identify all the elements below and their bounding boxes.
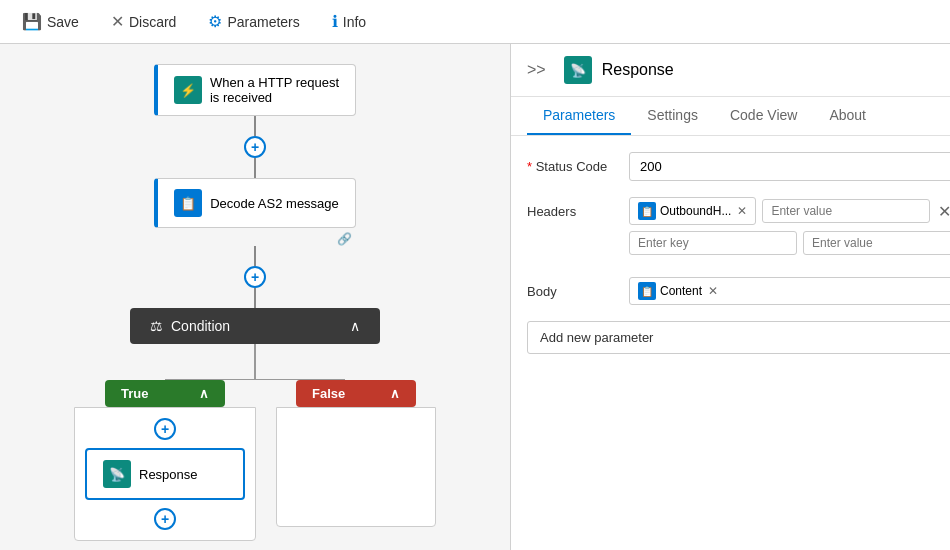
true-branch-body: + 📡 Response + bbox=[74, 407, 256, 541]
headers-row-1: 📋 OutboundH... ✕ ✕ 📋 bbox=[629, 197, 950, 225]
status-code-field bbox=[629, 152, 950, 181]
condition-header[interactable]: ⚖ Condition ∧ bbox=[130, 308, 380, 344]
decode-link-icon: 🔗 bbox=[337, 232, 356, 246]
parameters-label: Parameters bbox=[227, 14, 299, 30]
decode-node-icon: 📋 bbox=[174, 189, 202, 217]
panel-tabs: Parameters Settings Code View About bbox=[511, 97, 950, 136]
line-4 bbox=[254, 288, 256, 308]
branch-connector bbox=[65, 344, 445, 380]
headers-row-2 bbox=[629, 231, 950, 255]
save-icon: 💾 bbox=[22, 12, 42, 31]
decode-node: 📋 Decode AS2 message 🔗 bbox=[154, 178, 356, 246]
connector-1: + bbox=[244, 116, 266, 178]
condition-title: ⚖ Condition bbox=[150, 318, 230, 334]
tab-code-view[interactable]: Code View bbox=[714, 97, 813, 135]
condition-block: ⚖ Condition ∧ bbox=[65, 308, 445, 541]
main-area: ⚡ When a HTTP requestis received + 📋 Dec… bbox=[0, 44, 950, 550]
info-button[interactable]: ℹ Info bbox=[326, 8, 372, 35]
header-tag-icon: 📋 bbox=[638, 202, 656, 220]
line-2 bbox=[254, 158, 256, 178]
status-code-label: Status Code bbox=[527, 152, 617, 174]
header-value-input[interactable] bbox=[762, 199, 930, 223]
true-branch-header[interactable]: True ∧ bbox=[105, 380, 225, 407]
false-branch-header[interactable]: False ∧ bbox=[296, 380, 416, 407]
panel-header: >> 📡 Response bbox=[511, 44, 950, 97]
save-button[interactable]: 💾 Save bbox=[16, 8, 85, 35]
body-label: Body bbox=[527, 277, 617, 299]
parameters-button[interactable]: ⚙ Parameters bbox=[202, 8, 305, 35]
header-tag-label: OutboundH... bbox=[660, 204, 731, 218]
status-code-input[interactable] bbox=[629, 152, 950, 181]
header-tag[interactable]: 📋 OutboundH... ✕ bbox=[629, 197, 756, 225]
save-label: Save bbox=[47, 14, 79, 30]
false-branch-body bbox=[276, 407, 436, 527]
body-field: 📋 Content ✕ bbox=[629, 277, 950, 305]
collapse-button[interactable]: >> bbox=[527, 61, 546, 79]
toolbar: 💾 Save ✕ Discard ⚙ Parameters ℹ Info bbox=[0, 0, 950, 44]
false-branch: False ∧ bbox=[276, 380, 436, 527]
add-btn-1[interactable]: + bbox=[244, 136, 266, 158]
header-key-input[interactable] bbox=[629, 231, 797, 255]
headers-field: 📋 OutboundH... ✕ ✕ 📋 bbox=[629, 197, 950, 261]
line-3 bbox=[254, 246, 256, 266]
decode-node-box[interactable]: 📋 Decode AS2 message bbox=[154, 178, 356, 228]
tab-about[interactable]: About bbox=[813, 97, 882, 135]
branch-lines-svg bbox=[65, 344, 445, 380]
headers-label: Headers bbox=[527, 197, 617, 219]
condition-icon: ⚖ bbox=[150, 318, 163, 334]
add-btn-2[interactable]: + bbox=[244, 266, 266, 288]
condition-label: Condition bbox=[171, 318, 230, 334]
parameters-icon: ⚙ bbox=[208, 12, 222, 31]
true-chevron: ∧ bbox=[199, 386, 209, 401]
discard-button[interactable]: ✕ Discard bbox=[105, 8, 182, 35]
true-label: True bbox=[121, 386, 148, 401]
panel-content: Status Code Headers 📋 OutboundH... ✕ bbox=[511, 136, 950, 550]
status-code-row: Status Code bbox=[527, 152, 950, 181]
body-tag[interactable]: 📋 Content ✕ bbox=[629, 277, 950, 305]
http-node-icon: ⚡ bbox=[174, 76, 202, 104]
true-add-btn[interactable]: + bbox=[154, 418, 176, 440]
response-node-label: Response bbox=[139, 467, 198, 482]
header-tag-close[interactable]: ✕ bbox=[737, 204, 747, 218]
true-add-btn-2[interactable]: + bbox=[154, 508, 176, 530]
http-node: ⚡ When a HTTP requestis received bbox=[154, 64, 356, 116]
discard-label: Discard bbox=[129, 14, 176, 30]
response-node[interactable]: 📡 Response bbox=[85, 448, 245, 500]
decode-node-label: Decode AS2 message bbox=[210, 196, 339, 211]
flow-container: ⚡ When a HTTP requestis received + 📋 Dec… bbox=[65, 64, 445, 541]
false-chevron: ∧ bbox=[390, 386, 400, 401]
http-node-box[interactable]: ⚡ When a HTTP requestis received bbox=[154, 64, 356, 116]
tab-settings[interactable]: Settings bbox=[631, 97, 714, 135]
info-label: Info bbox=[343, 14, 366, 30]
body-row: Body 📋 Content ✕ bbox=[527, 277, 950, 305]
add-param-dropdown[interactable]: Add new parameter ∨ bbox=[527, 321, 950, 354]
right-panel: >> 📡 Response Parameters Settings Code V… bbox=[510, 44, 950, 550]
false-label: False bbox=[312, 386, 345, 401]
body-tag-label: Content bbox=[660, 284, 702, 298]
tab-parameters[interactable]: Parameters bbox=[527, 97, 631, 135]
headers-row-container: Headers 📋 OutboundH... ✕ ✕ 📋 bbox=[527, 197, 950, 261]
body-tag-close[interactable]: ✕ bbox=[708, 284, 718, 298]
condition-chevron-up: ∧ bbox=[350, 318, 360, 334]
panel-title: Response bbox=[602, 61, 674, 79]
canvas: ⚡ When a HTTP requestis received + 📋 Dec… bbox=[0, 44, 510, 550]
header-value2-input[interactable] bbox=[803, 231, 950, 255]
discard-icon: ✕ bbox=[111, 12, 124, 31]
true-branch: True ∧ + 📡 Response + bbox=[74, 380, 256, 541]
connector-2: + bbox=[244, 246, 266, 308]
body-tag-icon: 📋 bbox=[638, 282, 656, 300]
add-param-label: Add new parameter bbox=[540, 330, 653, 345]
info-icon: ℹ bbox=[332, 12, 338, 31]
response-node-icon: 📡 bbox=[103, 460, 131, 488]
panel-icon: 📡 bbox=[564, 56, 592, 84]
line-1 bbox=[254, 116, 256, 136]
branches: True ∧ + 📡 Response + bbox=[74, 380, 436, 541]
header-delete-btn[interactable]: ✕ bbox=[936, 200, 950, 223]
http-node-label: When a HTTP requestis received bbox=[210, 75, 339, 105]
